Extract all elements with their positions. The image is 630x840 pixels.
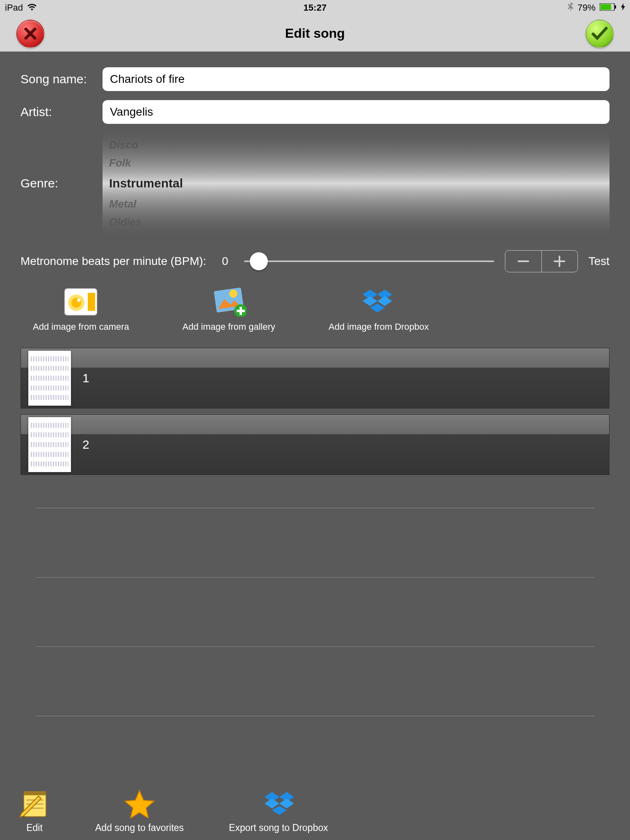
page-title: Edit song: [285, 26, 345, 41]
divider: [35, 716, 595, 716]
star-icon: [124, 790, 155, 818]
bpm-plus-button[interactable]: [541, 251, 578, 272]
artist-input[interactable]: [103, 100, 609, 124]
svg-rect-3: [518, 260, 529, 262]
genre-option[interactable]: Instrumental: [109, 172, 609, 195]
bpm-minus-button[interactable]: [505, 251, 541, 272]
battery-icon: [600, 2, 617, 13]
divider: [35, 508, 595, 508]
confirm-button[interactable]: [586, 20, 614, 48]
bluetooth-icon: [568, 2, 573, 14]
genre-option[interactable]: Oldies: [109, 213, 609, 231]
page-row[interactable]: 1: [21, 348, 609, 409]
device-label: iPad: [5, 2, 23, 13]
add-image-gallery-add[interactable]: Add image from gallery: [183, 287, 275, 332]
gallery-add-icon: [211, 287, 247, 317]
camera-icon: [63, 287, 98, 317]
edit-note-icon: [19, 790, 50, 818]
dropbox-icon: [361, 287, 396, 317]
bottom-action-edit-note[interactable]: Edit: [19, 790, 50, 833]
cancel-button[interactable]: [16, 20, 44, 48]
bottom-action-dropbox[interactable]: Export song to Dropbox: [229, 790, 328, 833]
page-thumbnail: [28, 351, 71, 406]
battery-percent: 79%: [578, 2, 596, 13]
bottom-action-label: Add song to favorites: [95, 822, 184, 833]
svg-rect-2: [615, 5, 616, 9]
songname-label: Song name:: [21, 72, 103, 86]
add-image-label: Add image from Dropbox: [329, 322, 429, 332]
bpm-value: 0: [217, 255, 233, 268]
bpm-label: Metronome beats per minute (BPM):: [21, 255, 206, 268]
nav-bar: Edit song: [0, 16, 630, 52]
svg-rect-1: [600, 4, 611, 10]
bpm-test-button[interactable]: Test: [589, 255, 609, 268]
genre-picker[interactable]: CountryDiscoFolkInstrumentalMetalOldiesP…: [103, 128, 609, 239]
dropbox-icon: [263, 790, 294, 818]
charging-icon: [621, 2, 625, 13]
clock: 15:27: [304, 2, 326, 13]
genre-option[interactable]: Metal: [109, 195, 609, 213]
genre-option[interactable]: Disco: [109, 136, 609, 154]
bottom-action-label: Edit: [26, 822, 43, 833]
bpm-stepper: [505, 250, 578, 272]
add-image-label: Add image from camera: [33, 322, 129, 332]
svg-rect-5: [554, 260, 565, 262]
genre-label: Genre:: [21, 176, 103, 190]
page-thumbnail: [28, 417, 71, 472]
genre-option[interactable]: Pop: [109, 231, 609, 239]
songname-input[interactable]: [103, 67, 609, 91]
genre-option[interactable]: Folk: [109, 154, 609, 172]
add-image-camera[interactable]: Add image from camera: [33, 287, 129, 332]
divider: [35, 646, 595, 647]
add-image-label: Add image from gallery: [183, 322, 275, 332]
artist-label: Artist:: [21, 105, 103, 119]
divider: [35, 577, 595, 578]
page-number: 1: [82, 371, 89, 385]
page-number: 2: [82, 438, 89, 452]
wifi-icon: [27, 2, 37, 13]
genre-option[interactable]: Country: [109, 128, 609, 136]
page-row[interactable]: 2: [21, 414, 609, 475]
bottom-action-star[interactable]: Add song to favorites: [95, 790, 184, 833]
add-image-dropbox[interactable]: Add image from Dropbox: [329, 287, 429, 332]
bottom-action-label: Export song to Dropbox: [229, 822, 328, 833]
bpm-slider[interactable]: [244, 255, 494, 267]
status-bar: iPad 15:27 79%: [0, 0, 630, 16]
